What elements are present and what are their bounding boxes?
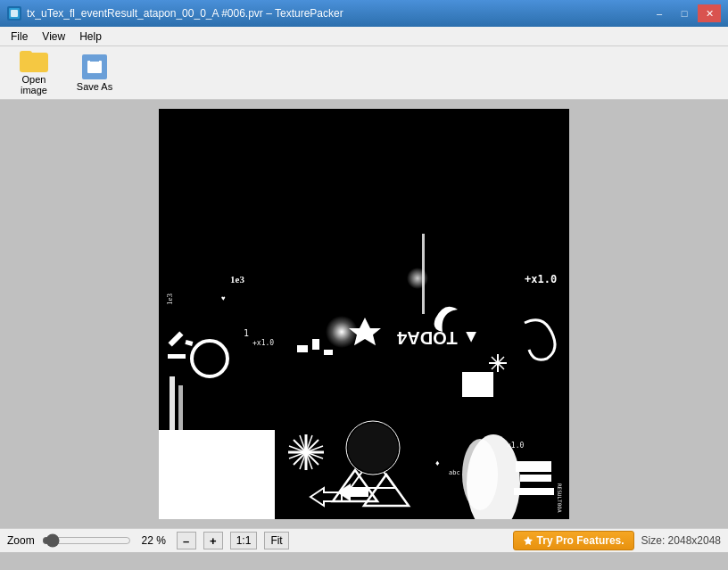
open-image-button[interactable]: Open image — [7, 50, 61, 96]
main-area: 1e3 ▲ TODA4 — [0, 100, 728, 528]
title-bar: tx_uTex_fl_eventResult_atapon_00_0_A #00… — [0, 0, 728, 27]
svg-rect-33 — [520, 475, 551, 482]
window-controls: – □ ✕ — [648, 4, 721, 22]
pro-features-label: Try Pro Features. — [537, 534, 625, 547]
star-icon — [523, 535, 534, 546]
minimize-button[interactable]: – — [648, 4, 671, 22]
save-as-label: Save As — [77, 81, 112, 92]
folder-icon — [20, 51, 48, 72]
svg-text:♦: ♦ — [435, 458, 440, 467]
svg-text:+x1.0: +x1.0 — [252, 339, 274, 347]
menu-file[interactable]: File — [4, 29, 35, 45]
svg-marker-58 — [524, 536, 533, 545]
svg-rect-22 — [177, 461, 266, 477]
svg-rect-14 — [462, 372, 493, 397]
svg-text:1e3: 1e3 — [230, 274, 244, 285]
size-info: Size: 2048x2048 — [641, 534, 721, 547]
title-bar-left: tx_uTex_fl_eventResult_atapon_00_0_A #00… — [7, 6, 343, 21]
svg-rect-56 — [556, 385, 563, 483]
app-icon — [7, 6, 21, 21]
svg-rect-51 — [297, 345, 308, 352]
window-title: tx_uTex_fl_eventResult_atapon_00_0_A #00… — [27, 7, 343, 20]
svg-text:♥: ♥ — [221, 294, 226, 302]
svg-text:1e3: 1e3 — [165, 293, 174, 305]
zoom-label: Zoom — [7, 534, 35, 547]
menu-bar: File View Help — [0, 27, 728, 46]
menu-view[interactable]: View — [35, 29, 72, 45]
svg-rect-52 — [312, 339, 319, 350]
save-icon — [82, 54, 107, 79]
open-image-label: Open image — [8, 74, 60, 95]
try-pro-features-button[interactable]: Try Pro Features. — [513, 531, 634, 550]
image-canvas: 1e3 ▲ TODA4 — [159, 109, 569, 519]
svg-rect-2 — [11, 10, 18, 17]
status-bar: Zoom 22 % – + 1:1 Fit Try Pro Features. … — [0, 528, 728, 552]
menu-help[interactable]: Help — [72, 29, 109, 45]
svg-rect-53 — [324, 350, 333, 355]
svg-text:abc: abc — [449, 469, 460, 476]
zoom-1x-button[interactable]: 1:1 — [230, 532, 258, 549]
svg-point-44 — [348, 423, 398, 473]
svg-text:▲ TODA4: ▲ TODA4 — [396, 328, 480, 348]
svg-rect-10 — [170, 376, 175, 430]
zoom-increase-button[interactable]: + — [203, 532, 223, 549]
zoom-fit-button[interactable]: Fit — [264, 532, 288, 549]
zoom-decrease-button[interactable]: – — [177, 532, 196, 549]
svg-rect-8 — [168, 354, 186, 359]
svg-point-46 — [407, 268, 428, 289]
svg-text:RESULT00A: RESULT00A — [557, 483, 563, 513]
zoom-slider[interactable] — [42, 534, 131, 547]
svg-rect-32 — [516, 461, 551, 472]
svg-rect-47 — [422, 234, 425, 314]
svg-rect-11 — [178, 385, 183, 430]
maximize-button[interactable]: □ — [673, 4, 696, 22]
svg-text:×1.0: ×1.0 — [507, 442, 524, 450]
svg-rect-34 — [514, 488, 554, 495]
svg-text:1: 1 — [244, 328, 249, 338]
svg-text:+x1.0: +x1.0 — [525, 273, 557, 285]
save-as-button[interactable]: Save As — [68, 50, 121, 96]
svg-point-45 — [326, 316, 358, 348]
texture-preview: 1e3 ▲ TODA4 — [159, 109, 569, 519]
svg-rect-23 — [181, 483, 261, 497]
svg-point-30 — [462, 439, 498, 510]
close-button[interactable]: ✕ — [698, 4, 721, 22]
toolbar: Open image Save As — [0, 46, 728, 100]
zoom-value: 22 % — [138, 534, 170, 547]
